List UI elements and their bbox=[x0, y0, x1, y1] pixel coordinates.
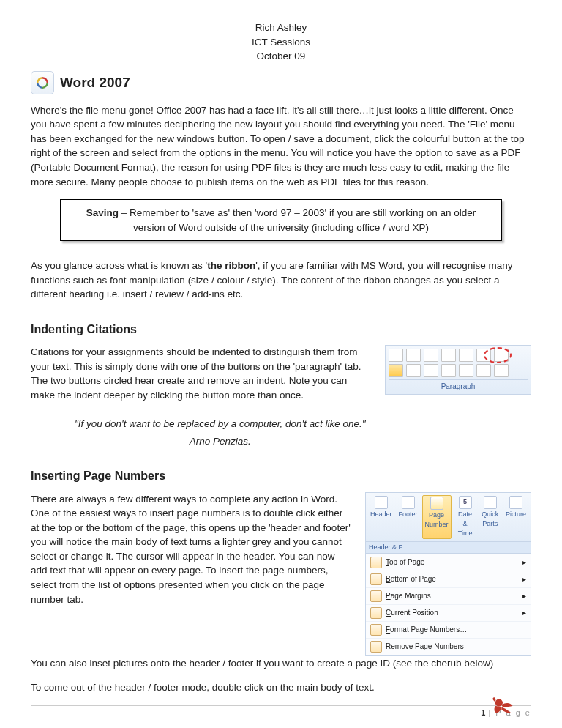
ribbon-paragraph: As you glance across what is known as 't… bbox=[31, 259, 531, 302]
justify-icon bbox=[441, 364, 456, 377]
header-icon bbox=[375, 496, 388, 509]
shading-icon bbox=[476, 364, 491, 377]
header-footer-group-label: Header & F bbox=[366, 542, 531, 554]
date-time-icon: 5 bbox=[459, 496, 472, 509]
picture-button: Picture bbox=[503, 495, 528, 539]
multilevel-icon bbox=[424, 349, 438, 362]
line-spacing-icon bbox=[459, 364, 473, 377]
cherub-icon bbox=[490, 694, 515, 716]
current-position-icon bbox=[370, 607, 382, 619]
indent-paragraph: Citations for your assignments should be… bbox=[31, 345, 373, 402]
doc-header: Rich Ashley ICT Sessions October 09 bbox=[31, 21, 531, 64]
page-title: Word 2007 bbox=[60, 73, 130, 93]
indent-circle-annotation bbox=[484, 347, 512, 363]
indent-heading: Indenting Citations bbox=[31, 321, 531, 338]
intro-paragraph: Where's the file menu gone! Office 2007 … bbox=[31, 103, 531, 189]
menu-current-position: Current Position▸ bbox=[366, 605, 531, 622]
increase-indent-icon bbox=[459, 349, 473, 362]
quote-text: "If you don't want to be replaced by a c… bbox=[75, 417, 531, 431]
quote-author: — Arno Penzias. bbox=[177, 434, 531, 449]
align-center-icon bbox=[406, 364, 421, 377]
page-footer: 1| P a g e bbox=[31, 705, 531, 719]
svg-point-1 bbox=[495, 699, 503, 707]
paragraph-ribbon-figure: Paragraph bbox=[385, 345, 531, 395]
picture-icon bbox=[509, 496, 522, 509]
menu-bottom-of-page: Bottom of Page▸ bbox=[366, 571, 531, 588]
remove-numbers-icon bbox=[370, 641, 382, 653]
page-number-menu: TTop of Pageop of Page▸ Bottom of Page▸ … bbox=[366, 554, 531, 655]
pagenum-para1: There are always a few different ways to… bbox=[31, 492, 353, 607]
footer-button: Footer bbox=[397, 495, 420, 539]
quick-parts-icon bbox=[484, 496, 497, 509]
decrease-indent-icon bbox=[441, 349, 456, 362]
numbering-icon bbox=[406, 349, 421, 362]
pagenum-para3: To come out of the header / footer mode,… bbox=[31, 680, 531, 695]
ribbon-bold: the ribbon bbox=[207, 260, 255, 271]
callout-bold: Saving bbox=[86, 207, 119, 218]
pagenum-heading: Inserting Page Numbers bbox=[31, 467, 531, 484]
callout-text: – Remember to 'save as' then 'word 97 – … bbox=[119, 207, 476, 233]
page-number-icon bbox=[430, 497, 443, 510]
office-logo-icon bbox=[31, 71, 54, 94]
saving-callout: Saving – Remember to 'save as' then 'wor… bbox=[60, 199, 502, 241]
align-right-icon bbox=[424, 364, 438, 377]
pagenum-para2: You can also inset pictures onto the hea… bbox=[31, 656, 531, 671]
date-time-button: 5Date & Time bbox=[454, 495, 477, 539]
quick-parts-button: Quick Parts bbox=[479, 495, 501, 539]
header-author: Rich Ashley bbox=[31, 21, 531, 35]
bullets-icon bbox=[389, 349, 403, 362]
page-margins-icon bbox=[370, 590, 382, 602]
menu-format-page-numbers: Format Page Numbers… bbox=[366, 622, 531, 639]
menu-remove-page-numbers: Remove Page Numbers bbox=[366, 639, 531, 655]
paragraph-group-label: Paragraph bbox=[389, 379, 528, 393]
menu-page-margins: Page Margins▸ bbox=[366, 588, 531, 605]
borders-icon bbox=[494, 364, 509, 377]
header-series: ICT Sessions bbox=[31, 35, 531, 50]
header-date: October 09 bbox=[31, 49, 531, 64]
page-bottom-icon bbox=[370, 573, 382, 585]
page-top-icon bbox=[370, 557, 382, 568]
footer-page-number: 1 bbox=[481, 708, 485, 717]
header-button: Header bbox=[368, 495, 394, 539]
format-numbers-icon bbox=[370, 624, 382, 636]
footer-icon bbox=[402, 496, 415, 509]
ribbon-pre: As you glance across what is known as ' bbox=[31, 260, 207, 271]
page-number-button: Page Number bbox=[422, 495, 452, 539]
title-row: Word 2007 bbox=[31, 71, 531, 94]
align-left-icon bbox=[389, 364, 403, 377]
page-number-ribbon-figure: Header Footer Page Number 5Date & Time Q… bbox=[365, 492, 531, 656]
menu-top-of-page: TTop of Pageop of Page▸ bbox=[366, 554, 531, 571]
